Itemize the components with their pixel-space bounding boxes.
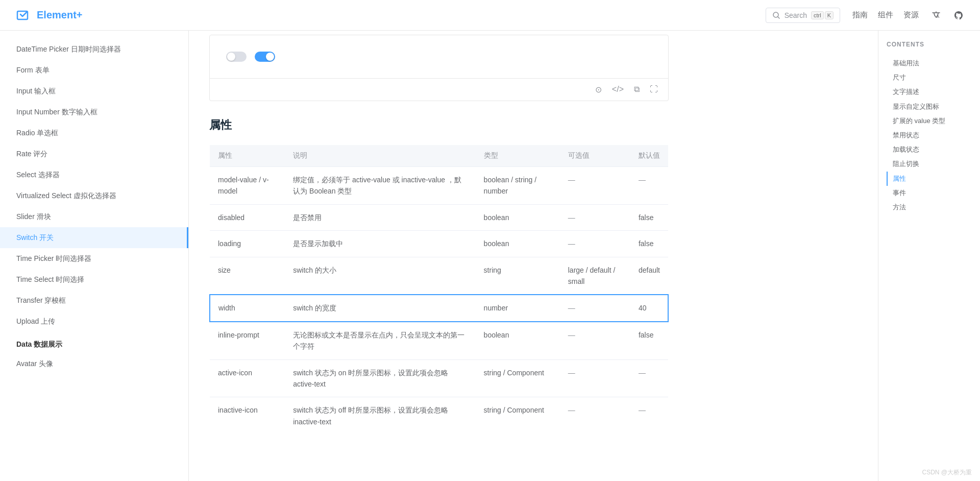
watermark: CSDN @大桥为重: [922, 468, 972, 477]
table-cell: number: [476, 295, 560, 321]
table-row: inactive-iconswitch 状态为 off 时所显示图标，设置此项会…: [210, 397, 668, 435]
table-cell: —: [630, 359, 668, 397]
table-row: active-iconswitch 状态为 on 时所显示图标，设置此项会忽略 …: [210, 359, 668, 397]
demo-box: ⊙ </> ⧉ ⛶: [209, 35, 669, 101]
table-header-row: 属性 说明 类型 可选值 默认值: [210, 145, 668, 167]
table-cell: loading: [210, 231, 285, 257]
table-row: loading是否显示加载中boolean—false: [210, 231, 668, 257]
fullscreen-icon[interactable]: ⛶: [648, 83, 660, 97]
table-cell: string / Component: [476, 397, 560, 435]
contents-item[interactable]: 方法: [887, 200, 972, 214]
sidebar-item-input-number[interactable]: Input Number 数字输入框: [0, 102, 188, 123]
contents-item[interactable]: 尺寸: [887, 70, 972, 85]
table-cell: boolean: [476, 322, 560, 359]
sidebar-item-upload[interactable]: Upload 上传: [0, 311, 188, 332]
sidebar-item-virtualized-select[interactable]: Virtualized Select 虚拟化选择器: [0, 185, 188, 206]
header: Element+ Search ctrl K 指南 组件 资源 A: [0, 0, 980, 31]
sidebar: DateTime Picker 日期时间选择器 Form 表单 Input 输入…: [0, 31, 189, 481]
svg-text:A: A: [937, 14, 940, 19]
table-row: model-value / v-model绑定值，必须等于 active-val…: [210, 167, 668, 205]
table-cell: —: [560, 322, 630, 359]
sidebar-item-radio[interactable]: Radio 单选框: [0, 123, 188, 143]
col-header-desc: 说明: [285, 145, 475, 167]
sidebar-item-input[interactable]: Input 输入框: [0, 81, 188, 102]
sidebar-item-datetime-picker[interactable]: DateTime Picker 日期时间选择器: [0, 39, 188, 60]
nav-guide[interactable]: 指南: [852, 10, 868, 20]
main-layout: DateTime Picker 日期时间选择器 Form 表单 Input 输入…: [0, 31, 980, 481]
switch-knob-off: [227, 53, 235, 61]
switch-on[interactable]: [255, 52, 275, 62]
table-cell: model-value / v-model: [210, 167, 285, 205]
contents-item[interactable]: 加载状态: [887, 142, 972, 157]
table-cell: 绑定值，必须等于 active-value 或 inactive-value ，…: [285, 167, 475, 205]
sidebar-item-avatar[interactable]: Avatar 头像: [0, 353, 188, 374]
table-cell: false: [630, 322, 668, 359]
kbd-ctrl: ctrl: [811, 11, 824, 19]
contents-item[interactable]: 事件: [887, 186, 972, 200]
table-cell: —: [560, 204, 630, 230]
table-cell: switch 的宽度: [285, 295, 475, 321]
content-inner: ⊙ </> ⧉ ⛶ 属性 属性 说明 类型 可选值 默认值: [209, 35, 669, 435]
table-row: inline-prompt无论图标或文本是否显示在点内，只会呈现文本的第一个字符…: [210, 322, 668, 359]
switch-knob-on: [266, 53, 274, 61]
sidebar-item-select[interactable]: Select 选择器: [0, 164, 188, 185]
sidebar-item-time-picker[interactable]: Time Picker 时间选择器: [0, 248, 188, 269]
logo-text: Element+: [37, 9, 82, 21]
contents-list: 基础用法尺寸文字描述显示自定义图标扩展的 value 类型禁用状态加载状态阻止切…: [887, 56, 972, 214]
table-cell: —: [560, 231, 630, 257]
demo-toolbar: ⊙ </> ⧉ ⛶: [210, 78, 668, 101]
switch-off[interactable]: [226, 52, 247, 62]
table-row: sizeswitch 的大小stringlarge / default / sm…: [210, 257, 668, 295]
search-icon: [772, 11, 780, 19]
table-cell: active-icon: [210, 359, 285, 397]
nav-resources[interactable]: 资源: [903, 10, 919, 20]
table-cell: switch 状态为 on 时所显示图标，设置此项会忽略 active-text: [285, 359, 475, 397]
contents-item[interactable]: 阻止切换: [887, 157, 972, 171]
translate-icon[interactable]: A: [931, 10, 941, 20]
table-cell: size: [210, 257, 285, 295]
table-cell: width: [210, 295, 285, 321]
table-cell: inline-prompt: [210, 322, 285, 359]
sidebar-item-time-select[interactable]: Time Select 时间选择: [0, 269, 188, 290]
table-cell: false: [630, 231, 668, 257]
sidebar-item-form[interactable]: Form 表单: [0, 60, 188, 81]
search-box[interactable]: Search ctrl K: [766, 8, 840, 23]
section-title: 属性: [209, 117, 669, 133]
radio-icon[interactable]: ⊙: [593, 83, 604, 97]
contents-item[interactable]: 显示自定义图标: [887, 100, 972, 114]
code-icon[interactable]: </>: [610, 83, 626, 97]
sidebar-item-switch[interactable]: Switch 开关: [0, 227, 188, 248]
github-icon[interactable]: [953, 10, 964, 20]
kbd-k: K: [825, 11, 834, 19]
search-label: Search: [785, 11, 807, 19]
sidebar-item-slider[interactable]: Slider 滑块: [0, 206, 188, 227]
table-cell: 是否显示加载中: [285, 231, 475, 257]
contents-title: CONTENTS: [887, 41, 972, 48]
logo[interactable]: Element+: [16, 7, 82, 23]
table-cell: default: [630, 257, 668, 295]
contents-item[interactable]: 扩展的 value 类型: [887, 114, 972, 128]
col-header-type: 类型: [476, 145, 560, 167]
demo-preview: [210, 35, 668, 78]
table-cell: string: [476, 257, 560, 295]
table-cell: —: [630, 167, 668, 205]
table-cell: disabled: [210, 204, 285, 230]
contents-item[interactable]: 属性: [887, 172, 972, 186]
sidebar-section-data: Data 数据展示: [0, 332, 188, 353]
table-row: disabled是否禁用boolean—false: [210, 204, 668, 230]
col-header-default: 默认值: [630, 145, 668, 167]
contents-item[interactable]: 禁用状态: [887, 128, 972, 142]
contents-item[interactable]: 文字描述: [887, 85, 972, 99]
table-cell: 40: [630, 295, 668, 321]
table-cell: boolean: [476, 204, 560, 230]
table-cell: —: [560, 295, 630, 321]
sidebar-item-rate[interactable]: Rate 评分: [0, 143, 188, 164]
logo-icon: [16, 7, 33, 23]
table-cell: —: [560, 167, 630, 205]
nav-components[interactable]: 组件: [878, 10, 893, 20]
copy-icon[interactable]: ⧉: [632, 83, 642, 97]
table-cell: switch 状态为 off 时所显示图标，设置此项会忽略 inactive-t…: [285, 397, 475, 435]
contents-panel: CONTENTS 基础用法尺寸文字描述显示自定义图标扩展的 value 类型禁用…: [878, 31, 980, 481]
sidebar-item-transfer[interactable]: Transfer 穿梭框: [0, 290, 188, 311]
contents-item[interactable]: 基础用法: [887, 56, 972, 70]
